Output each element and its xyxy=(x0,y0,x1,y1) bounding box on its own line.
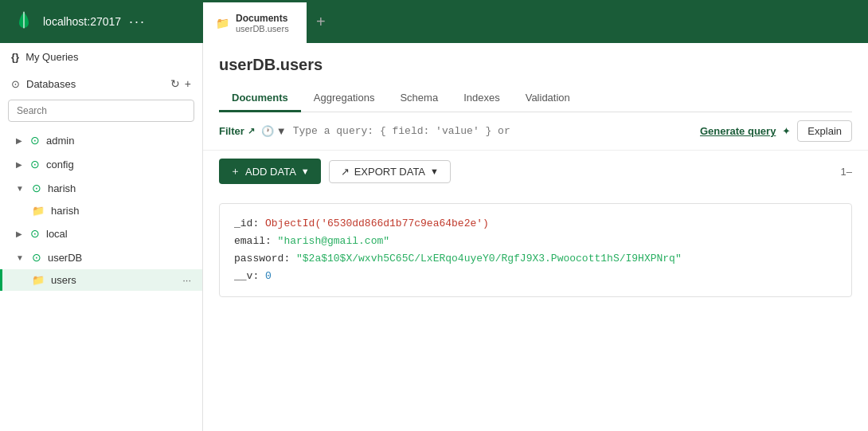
collection-name-harish: harish xyxy=(51,205,79,217)
main-layout: {} My Queries ⊙ Databases ↻ + ▶ ⊙ admin … xyxy=(0,43,868,431)
tabs-nav: Documents Aggregations Schema Indexes Va… xyxy=(219,85,852,112)
chevron-right-icon: ▶ xyxy=(16,136,22,145)
document-area: _id: ObjectId('6530dd866d1b77c9ea64be2e'… xyxy=(203,192,868,431)
tab-schema[interactable]: Schema xyxy=(387,85,451,112)
doc-value-email: "harish@gmail.com" xyxy=(278,235,389,247)
doc-value-password: "$2a$10$X/wxvh5C65C/LxERqo4uyeY0/RgfJ9X3… xyxy=(296,253,682,264)
add-tab-button[interactable]: + xyxy=(307,0,335,43)
database-search-box xyxy=(8,100,194,122)
doc-field-v: __v: 0 xyxy=(234,268,837,285)
db-name-userdb: userDB xyxy=(48,252,82,264)
content-area: userDB.users Documents Aggregations Sche… xyxy=(203,43,868,431)
db-icon-userdb: ⊙ xyxy=(32,251,41,264)
export-data-button[interactable]: ↗ EXPORT DATA ▼ xyxy=(329,160,451,183)
query-toolbar: Filter ↗ 🕐 ▼ Generate query ✦ Explain xyxy=(203,112,868,151)
refresh-databases-button[interactable]: ↻ xyxy=(170,77,180,90)
history-chevron-icon: ▼ xyxy=(276,125,287,137)
doc-key-id: _id: xyxy=(234,217,265,229)
database-header-icon: ⊙ xyxy=(11,78,20,90)
query-history-button[interactable]: 🕐 ▼ xyxy=(261,125,287,137)
plus-icon: ＋ xyxy=(230,164,240,178)
filter-label: Filter xyxy=(219,125,244,137)
databases-section-header[interactable]: ⊙ Databases ↻ + xyxy=(0,71,202,96)
tab-subtitle: userDB.users xyxy=(236,24,289,33)
db-name-admin: admin xyxy=(46,135,74,147)
collection-folder-icon-users: 📁 xyxy=(32,274,45,286)
sparkle-icon: ✦ xyxy=(782,125,791,137)
connection-info: localhost:27017 ··· xyxy=(0,0,203,43)
db-name-harish: harish xyxy=(48,182,76,194)
export-chevron-icon: ▼ xyxy=(430,167,439,176)
sidebar-item-userdb[interactable]: ▼ ⊙ userDB xyxy=(0,245,202,269)
db-icon-config: ⊙ xyxy=(30,158,40,170)
page-title: userDB.users xyxy=(219,56,852,74)
tab-validation[interactable]: Validation xyxy=(513,85,583,112)
db-icon-harish: ⊙ xyxy=(32,182,41,194)
database-search-input[interactable] xyxy=(8,100,194,122)
add-database-button[interactable]: + xyxy=(185,77,191,90)
tab-indexes[interactable]: Indexes xyxy=(451,85,513,112)
generate-query-button[interactable]: Generate query xyxy=(700,125,776,137)
document-card: _id: ObjectId('6530dd866d1b77c9ea64be2e'… xyxy=(219,203,852,297)
doc-field-password: password: "$2a$10$X/wxvh5C65C/LxERqo4uye… xyxy=(234,250,837,268)
db-icon-local: ⊙ xyxy=(30,227,40,240)
tab-title: Documents xyxy=(236,13,289,24)
doc-value-v: 0 xyxy=(265,270,272,282)
chevron-down-icon: ▼ xyxy=(16,184,24,193)
top-bar: localhost:27017 ··· 📁 Documents userDB.u… xyxy=(0,0,868,43)
queries-icon: {} xyxy=(11,51,19,63)
mongodb-logo-icon xyxy=(13,10,35,33)
db-name-local: local xyxy=(46,228,68,240)
add-data-chevron-icon: ▼ xyxy=(301,167,310,176)
chevron-right-icon: ▶ xyxy=(16,229,22,238)
export-data-label: EXPORT DATA xyxy=(354,166,425,178)
sidebar: {} My Queries ⊙ Databases ↻ + ▶ ⊙ admin … xyxy=(0,43,203,431)
tab-folder-icon: 📁 xyxy=(216,17,229,29)
documents-tab[interactable]: 📁 Documents userDB.users xyxy=(203,0,307,43)
sidebar-item-config[interactable]: ▶ ⊙ config xyxy=(0,152,202,176)
doc-key-v: __v: xyxy=(234,270,265,282)
doc-key-email: email: xyxy=(234,235,278,247)
doc-field-id: _id: ObjectId('6530dd866d1b77c9ea64be2e'… xyxy=(234,215,837,233)
collection-folder-icon: 📁 xyxy=(32,205,45,217)
doc-field-email: email: "harish@gmail.com" xyxy=(234,233,837,250)
databases-label: Databases xyxy=(26,78,76,90)
my-queries-label: My Queries xyxy=(25,51,78,63)
filter-link-icon: ↗ xyxy=(248,126,255,136)
add-data-button[interactable]: ＋ ADD DATA ▼ xyxy=(219,159,321,184)
clock-icon: 🕐 xyxy=(261,125,274,137)
sidebar-item-admin[interactable]: ▶ ⊙ admin xyxy=(0,128,202,152)
sidebar-item-harish[interactable]: ▼ ⊙ harish xyxy=(0,176,202,200)
collection-options-button[interactable]: ··· xyxy=(182,274,191,286)
content-header: userDB.users Documents Aggregations Sche… xyxy=(203,43,868,112)
collection-name-users: users xyxy=(51,274,76,286)
query-input-field[interactable] xyxy=(293,125,694,137)
export-icon: ↗ xyxy=(341,166,350,178)
doc-key-password: password: xyxy=(234,253,296,264)
filter-button[interactable]: Filter ↗ xyxy=(219,125,255,137)
connection-name: localhost:27017 xyxy=(43,15,121,28)
chevron-down-icon: ▼ xyxy=(16,253,24,262)
sidebar-item-collection-harish[interactable]: 📁 harish xyxy=(0,200,202,221)
add-data-label: ADD DATA xyxy=(245,166,296,178)
explain-button[interactable]: Explain xyxy=(797,120,852,142)
sidebar-item-local[interactable]: ▶ ⊙ local xyxy=(0,221,202,245)
db-name-config: config xyxy=(46,159,74,170)
tab-bar: 📁 Documents userDB.users + xyxy=(203,0,868,43)
sidebar-item-collection-users[interactable]: 📁 users ··· xyxy=(0,269,202,291)
page-info: 1– xyxy=(841,166,852,178)
db-icon-admin: ⊙ xyxy=(30,134,40,147)
sidebar-item-my-queries[interactable]: {} My Queries xyxy=(0,43,202,71)
chevron-right-icon: ▶ xyxy=(16,160,22,169)
connection-menu-button[interactable]: ··· xyxy=(129,14,146,30)
tab-aggregations[interactable]: Aggregations xyxy=(301,85,388,112)
action-bar: ＋ ADD DATA ▼ ↗ EXPORT DATA ▼ 1– xyxy=(203,151,868,192)
tab-documents[interactable]: Documents xyxy=(219,85,301,112)
doc-value-id: ObjectId('6530dd866d1b77c9ea64be2e') xyxy=(265,217,489,229)
